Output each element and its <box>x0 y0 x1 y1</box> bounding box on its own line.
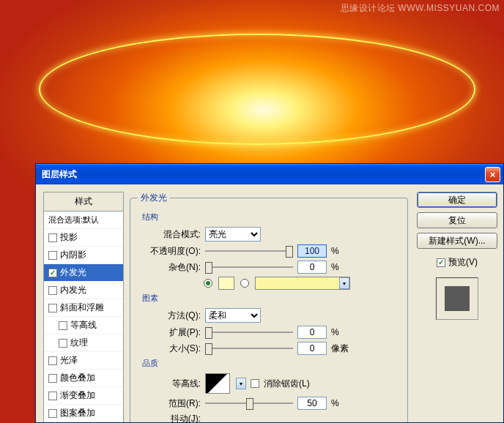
preview-checkbox[interactable] <box>437 258 445 267</box>
gradient-picker[interactable]: ▾ <box>255 277 350 290</box>
range-slider[interactable] <box>205 397 293 410</box>
right-buttons: 确定 复位 新建样式(W)... 预览(V) <box>414 192 497 422</box>
halo-ellipse <box>39 34 475 145</box>
style-checkbox[interactable] <box>48 269 57 277</box>
style-item-10[interactable]: 图案叠加 <box>44 405 123 422</box>
color-radio[interactable] <box>204 279 212 288</box>
style-item-label: 投影 <box>60 231 78 244</box>
opacity-value[interactable]: 100 <box>297 244 327 258</box>
style-checkbox[interactable] <box>48 304 57 312</box>
style-item-label: 纹理 <box>70 337 88 349</box>
close-button[interactable]: × <box>485 167 500 182</box>
style-checkbox[interactable] <box>48 409 57 418</box>
watermark-text: 思缘设计论坛 WWW.MISSYUAN.COM <box>341 2 500 15</box>
style-item-7[interactable]: 光泽 <box>44 352 123 370</box>
style-item-9[interactable]: 渐变叠加 <box>44 387 123 405</box>
style-checkbox[interactable] <box>59 339 67 348</box>
style-item-label: 内阴影 <box>60 249 86 261</box>
blend-mode-label: 混合模式: <box>148 228 201 241</box>
style-item-1[interactable]: 内阴影 <box>44 247 123 264</box>
spread-slider[interactable] <box>205 326 293 339</box>
style-item-8[interactable]: 颜色叠加 <box>44 370 123 387</box>
styles-list: 样式 混合选项:默认 投影内阴影外发光内发光斜面和浮雕等高线纹理光泽颜色叠加渐变… <box>43 192 124 422</box>
antialias-label: 消除锯齿(L) <box>264 378 310 390</box>
chevron-down-icon[interactable]: ▾ <box>339 277 349 289</box>
style-checkbox[interactable] <box>59 321 67 330</box>
method-label: 方法(Q): <box>148 310 201 322</box>
contour-label: 等高线: <box>148 378 201 390</box>
structure-heading: 结构 <box>142 212 400 222</box>
size-label: 大小(S): <box>148 342 201 355</box>
style-item-label: 斜面和浮雕 <box>60 302 104 314</box>
style-checkbox[interactable] <box>48 251 57 260</box>
gradient-radio[interactable] <box>240 279 249 288</box>
style-item-label: 渐变叠加 <box>60 389 95 402</box>
jitter-label: 抖动(J): <box>148 413 201 422</box>
method-select[interactable]: 柔和 <box>205 308 261 323</box>
preview-label: 预览(V) <box>448 256 478 269</box>
style-item-label: 外发光 <box>60 266 86 279</box>
new-style-button[interactable]: 新建样式(W)... <box>417 233 497 249</box>
style-item-4[interactable]: 斜面和浮雕 <box>44 299 123 317</box>
outer-glow-legend: 外发光 <box>138 192 170 204</box>
opacity-slider[interactable] <box>205 244 293 258</box>
elements-heading: 图素 <box>142 293 400 304</box>
style-item-5[interactable]: 等高线 <box>44 317 123 334</box>
blend-mode-select[interactable]: 亮光 <box>205 227 261 242</box>
style-checkbox[interactable] <box>48 233 57 242</box>
blend-options-default[interactable]: 混合选项:默认 <box>44 212 123 229</box>
size-value[interactable]: 0 <box>297 342 327 355</box>
style-item-label: 颜色叠加 <box>60 372 95 384</box>
style-checkbox[interactable] <box>48 356 57 365</box>
outer-glow-group: 外发光 结构 混合模式: 亮光 不透明度(O): 100 % 杂色(N): 0 … <box>130 192 408 422</box>
reset-button[interactable]: 复位 <box>417 212 497 228</box>
size-slider[interactable] <box>205 342 293 355</box>
chevron-down-icon[interactable]: ▾ <box>236 378 246 389</box>
style-item-3[interactable]: 内发光 <box>44 282 123 299</box>
style-item-label: 内发光 <box>60 284 86 296</box>
range-label: 范围(R): <box>148 397 201 410</box>
antialias-checkbox[interactable] <box>251 379 259 388</box>
style-item-label: 图案叠加 <box>60 407 95 419</box>
dialog-title: 图层样式 <box>42 168 485 181</box>
options-panel: 外发光 结构 混合模式: 亮光 不透明度(O): 100 % 杂色(N): 0 … <box>124 192 414 422</box>
spread-value[interactable]: 0 <box>297 326 327 339</box>
titlebar[interactable]: 图层样式 × <box>36 164 503 184</box>
unit-percent: % <box>331 246 352 256</box>
layer-style-dialog: 图层样式 × 样式 混合选项:默认 投影内阴影外发光内发光斜面和浮雕等高线纹理光… <box>35 163 504 423</box>
noise-slider[interactable] <box>205 261 293 274</box>
style-item-2[interactable]: 外发光 <box>44 264 123 282</box>
noise-label: 杂色(N): <box>148 261 201 274</box>
style-item-label: 光泽 <box>60 354 78 367</box>
contour-picker[interactable] <box>205 373 230 394</box>
spread-label: 扩展(P): <box>148 326 201 339</box>
style-checkbox[interactable] <box>48 286 57 295</box>
style-item-6[interactable]: 纹理 <box>44 334 123 352</box>
styles-header[interactable]: 样式 <box>44 192 123 212</box>
style-item-0[interactable]: 投影 <box>44 229 123 247</box>
style-item-label: 等高线 <box>70 319 97 332</box>
ok-button[interactable]: 确定 <box>417 192 497 208</box>
style-checkbox[interactable] <box>48 374 57 383</box>
opacity-label: 不透明度(O): <box>148 245 201 258</box>
style-checkbox[interactable] <box>48 392 57 400</box>
range-value[interactable]: 50 <box>297 397 327 410</box>
preview-thumbnail <box>436 277 478 320</box>
noise-value[interactable]: 0 <box>297 261 327 274</box>
quality-heading: 品质 <box>142 358 400 369</box>
color-swatch[interactable] <box>218 277 234 290</box>
